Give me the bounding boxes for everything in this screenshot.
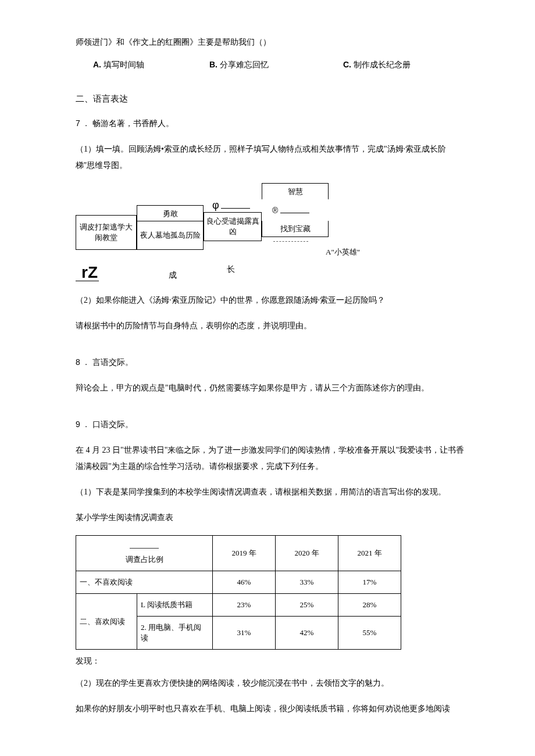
q7-heading: 7 ． 畅游名著，书香醉人。 [76,115,465,132]
q7-part1: （1）填一填。回顾汤姆•索亚的成长经历，照样子填写人物特点或相关故事情节，完成"… [76,141,465,174]
option-b: B. 分享难忘回忆 [209,60,343,70]
mc-options: A. 填写时间轴 B. 分享难忘回忆 C. 制作成长纪念册 [76,60,465,70]
step2-event: 夜人墓地孤岛历险 [137,221,204,250]
q9-heading: 9 ． 口语交际。 [76,416,465,433]
found-label: 发现： [76,653,465,669]
reading-survey-table: 调查占比例 2019 年 2020 年 2021 年 一、不喜欢阅读 46% 3… [76,535,401,650]
continuation-line: 师领进门》和《作文上的红圈圈》主要是帮助我们（） [76,35,465,49]
q9-intro: 在 4 月 23 日"世界读书日"来临之际，为了进一步激发同学们的阅读热情，学校… [76,442,465,475]
hero-label: A"小英雄" [326,247,360,257]
cell: 46% [213,571,276,594]
cell: 17% [338,571,401,594]
cell: 42% [276,617,338,650]
q9-number: 9 [76,420,80,429]
q9-title: 口语交际。 [92,420,133,429]
option-b-label: B. [209,60,217,69]
step3-blank: φ [212,199,250,212]
table-header-row: 调查占比例 2019 年 2020 年 2021 年 [76,536,401,571]
cell: 23% [213,594,276,617]
blank-line-2 [280,205,309,213]
q9-dot: ． [82,420,90,429]
step4-trait: 智慧 [262,183,329,199]
col-2021: 2021 年 [338,536,401,571]
q8-body: 辩论会上，甲方的观点是"电脑时代，仍然需要练字如果你是甲方，请从三个方面陈述你方… [76,380,465,396]
table-row: 二、喜欢阅读 L 阅读纸质书籍 23% 25% 28% [76,594,401,617]
q9-table-title: 某小学学生阅读情况调查表 [76,510,465,526]
header-label: 调查占比例 [81,554,208,565]
q7-dot: ． [82,119,90,128]
row1-label: 一、不喜欢阅读 [76,571,213,594]
header-blank [130,542,159,549]
underline-z [76,281,99,281]
q7-number: 7 [76,119,80,128]
cell: 25% [276,594,338,617]
option-a: A. 填写时间轴 [93,60,209,70]
header-label-cell: 调查占比例 [76,536,213,571]
step1-box: 调皮打架逃学大闹教堂 [76,215,137,250]
step2-trait: 勇敢 [137,205,204,221]
cell: 33% [276,571,338,594]
col-2020: 2020 年 [276,536,338,571]
option-b-text: 分享难忘回忆 [220,60,269,69]
table-row: 一、不喜欢阅读 46% 33% 17% [76,571,401,594]
phi-symbol: φ [212,199,219,211]
row2b-label: 2. 用电脑、手机阅读 [137,617,213,650]
cell: 28% [338,594,401,617]
option-c-text: 制作成长纪念册 [354,60,411,69]
step4-blank: ® [272,205,309,216]
cell: 55% [338,617,401,650]
q9-part2a: （2）现在的学生更喜欢方便快捷的网络阅读，较少能沉浸在书中，去领悟文字的魅力。 [76,675,465,691]
q8-number: 8 [76,357,80,367]
option-c: C. 制作成长纪念册 [343,60,459,70]
q8-heading: 8 ． 言语交际。 [76,354,465,371]
option-a-label: A. [93,60,101,69]
q8-dot: ． [82,358,90,367]
q8-title: 言语交际。 [92,358,133,367]
q9-part2b: 如果你的好朋友小明平时也只喜欢在手机、电脑上阅读，很少阅读纸质书籍，你将如何劝说… [76,701,465,717]
q7-part2a: （2）如果你能进入《汤姆·索亚历险记》中的世界，你愿意跟随汤姆·索亚一起历险吗？ [76,292,465,309]
growth-ladder-diagram: 调皮打架逃学大闹教堂 勇敢 夜人墓地孤岛历险 φ 良心受谴揭露真凶 智慧 ® 找… [76,183,401,282]
step4-event: 找到宝藏 [262,221,329,237]
dashed-line [273,241,308,242]
col-2019: 2019 年 [213,536,276,571]
z-label: rZ [81,263,98,282]
option-c-label: C. [343,60,351,69]
cheng-char: 成 [169,270,177,281]
q9-part1: （1）下表是某同学搜集到的本校学生阅读情况调查表，请根据相关数据，用简洁的语言写… [76,484,465,500]
cell: 31% [213,617,276,650]
row2-label: 二、喜欢阅读 [76,594,137,650]
q7-part2b: 请根据书中的历险情节与自身特点，表明你的态度，并说明理由。 [76,318,465,334]
step3-event: 良心受谴揭露真凶 [204,212,262,241]
section-2-heading: 二、语言表达 [76,94,465,105]
row2a-label: L 阅读纸质书籍 [137,594,213,617]
q7-title: 畅游名著，书香醉人。 [92,119,174,128]
option-a-text: 填写时间轴 [104,60,144,69]
reg-symbol: ® [272,206,278,215]
zhang-char: 长 [227,264,235,275]
blank-line-1 [221,200,250,209]
